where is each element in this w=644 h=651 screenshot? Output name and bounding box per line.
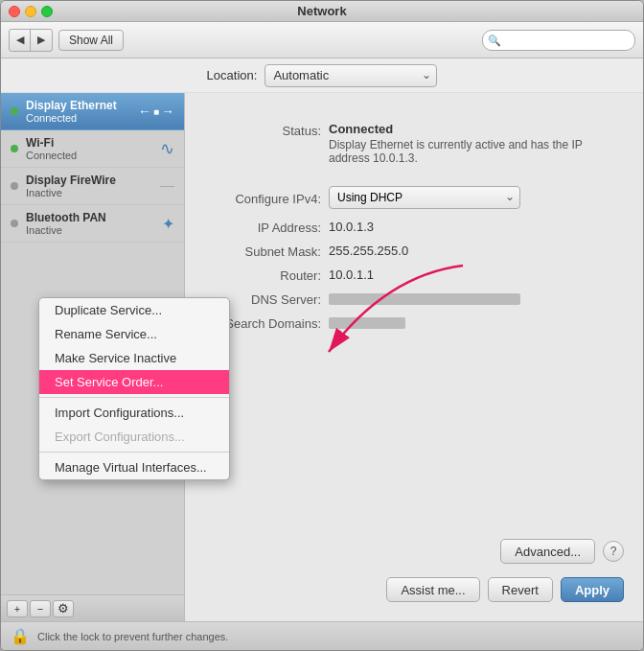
router-row: Router: 10.0.1.1 bbox=[214, 267, 614, 283]
ip-value: 10.0.1.3 bbox=[329, 220, 374, 234]
network-status-display-ethernet: Connected bbox=[26, 112, 130, 124]
titlebar: Network bbox=[1, 1, 643, 22]
network-name-display-firewire: Display FireWire bbox=[26, 174, 151, 187]
network-status-display-firewire: Inactive bbox=[26, 187, 151, 198]
dropdown-item-manage-virtual[interactable]: Manage Virtual Interfaces... bbox=[39, 455, 229, 479]
network-item-info-display-ethernet: Display Ethernet Connected bbox=[26, 99, 130, 124]
status-dot-display-ethernet bbox=[11, 107, 18, 115]
main-content: Display Ethernet Connected ←■→ Wi-Fi Con… bbox=[1, 93, 643, 621]
nav-buttons: ◀ ▶ bbox=[9, 29, 53, 52]
router-value: 10.0.1.1 bbox=[329, 267, 374, 282]
location-label: Location: bbox=[207, 68, 258, 82]
network-item-info-display-firewire: Display FireWire Inactive bbox=[26, 174, 151, 198]
search-input[interactable] bbox=[482, 30, 635, 51]
advanced-button[interactable]: Advanced... bbox=[500, 539, 595, 564]
dropdown-separator-1 bbox=[39, 397, 229, 398]
dropdown-item-make-inactive[interactable]: Make Service Inactive bbox=[39, 346, 229, 370]
bottom-action-bar: Assist me... Revert Apply bbox=[195, 577, 624, 602]
lock-icon[interactable]: 🔒 bbox=[11, 627, 30, 645]
forward-button[interactable]: ▶ bbox=[31, 30, 52, 51]
lock-bar: 🔒 Click the lock to prevent further chan… bbox=[1, 621, 643, 650]
location-select-wrapper: Automatic bbox=[264, 64, 437, 87]
configure-select-wrapper: Using DHCP bbox=[329, 186, 520, 209]
traffic-lights bbox=[9, 6, 53, 17]
sidebar: Display Ethernet Connected ←■→ Wi-Fi Con… bbox=[1, 93, 185, 621]
status-dot-bluetooth-pan bbox=[11, 220, 18, 227]
search-box: 🔍 bbox=[482, 30, 635, 51]
window-title: Network bbox=[297, 4, 346, 18]
help-button[interactable]: ? bbox=[603, 541, 624, 562]
sidebar-item-display-firewire[interactable]: Display FireWire Inactive ⸻ bbox=[1, 168, 184, 205]
network-status-wifi: Connected bbox=[26, 150, 152, 161]
search-icon: 🔍 bbox=[488, 34, 501, 46]
status-description: Display Ethernet is currently active and… bbox=[329, 138, 614, 165]
dns-value bbox=[329, 293, 520, 305]
wifi-icon: ∿ bbox=[160, 138, 174, 159]
minimize-button[interactable] bbox=[25, 6, 36, 17]
network-window: Network ◀ ▶ Show All 🔍 Location: Automat… bbox=[0, 0, 644, 651]
status-dot-display-firewire bbox=[11, 182, 18, 190]
revert-button[interactable]: Revert bbox=[488, 577, 553, 602]
dropdown-menu-overlay: Duplicate Service... Rename Service... M… bbox=[38, 297, 230, 480]
search-domains-row: Search Domains: bbox=[214, 314, 614, 331]
subnet-value: 255.255.255.0 bbox=[329, 244, 408, 258]
add-network-button[interactable]: + bbox=[7, 600, 28, 617]
dns-row: DNS Server: bbox=[214, 291, 614, 307]
subnet-row: Subnet Mask: 255.255.255.0 bbox=[214, 243, 614, 259]
status-row: Status: Connected Display Ethernet is cu… bbox=[214, 122, 614, 165]
ip-label: IP Address: bbox=[214, 219, 329, 235]
network-item-info-wifi: Wi-Fi Connected bbox=[26, 136, 152, 161]
dropdown-item-export: Export Configurations... bbox=[39, 425, 229, 449]
firewire-icon: ⸻ bbox=[159, 177, 174, 195]
configure-label: Configure IPv4: bbox=[214, 190, 329, 206]
gear-button[interactable]: ⚙ bbox=[53, 600, 74, 617]
sidebar-toolbar: + − ⚙ bbox=[1, 594, 184, 621]
network-name-bluetooth-pan: Bluetooth PAN bbox=[26, 211, 154, 224]
status-dot-wifi bbox=[11, 145, 18, 152]
lock-text: Click the lock to prevent further change… bbox=[37, 631, 228, 642]
location-bar: Location: Automatic bbox=[1, 58, 643, 93]
close-button[interactable] bbox=[9, 6, 20, 17]
sidebar-item-bluetooth-pan[interactable]: Bluetooth PAN Inactive ✦ bbox=[1, 205, 184, 243]
configure-select[interactable]: Using DHCP bbox=[329, 186, 520, 209]
sidebar-item-display-ethernet[interactable]: Display Ethernet Connected ←■→ bbox=[1, 93, 184, 130]
maximize-button[interactable] bbox=[41, 6, 53, 17]
dropdown-item-rename[interactable]: Rename Service... bbox=[39, 322, 229, 346]
dns-label: DNS Server: bbox=[214, 291, 329, 307]
network-name-wifi: Wi-Fi bbox=[26, 136, 152, 150]
sidebar-item-wifi[interactable]: Wi-Fi Connected ∿ bbox=[1, 130, 184, 168]
ip-row: IP Address: 10.0.1.3 bbox=[214, 219, 614, 235]
status-label: Status: bbox=[214, 122, 329, 138]
status-value: Connected bbox=[329, 122, 614, 136]
remove-network-button[interactable]: − bbox=[30, 600, 51, 617]
router-label: Router: bbox=[214, 267, 329, 283]
dropdown-item-duplicate[interactable]: Duplicate Service... bbox=[39, 298, 229, 322]
search-domains-value bbox=[329, 317, 405, 329]
ethernet-icon: ←■→ bbox=[138, 104, 174, 119]
location-select[interactable]: Automatic bbox=[264, 64, 437, 87]
network-status-bluetooth-pan: Inactive bbox=[26, 224, 154, 236]
dropdown-item-set-order[interactable]: Set Service Order... bbox=[39, 370, 229, 394]
search-domains-label: Search Domains: bbox=[214, 314, 329, 331]
apply-button[interactable]: Apply bbox=[561, 577, 624, 602]
assist-button[interactable]: Assist me... bbox=[386, 577, 479, 602]
network-item-info-bluetooth-pan: Bluetooth PAN Inactive bbox=[26, 211, 154, 236]
back-button[interactable]: ◀ bbox=[10, 30, 31, 51]
dropdown-item-import[interactable]: Import Configurations... bbox=[39, 401, 229, 425]
dropdown-menu: Duplicate Service... Rename Service... M… bbox=[38, 297, 230, 480]
network-name-display-ethernet: Display Ethernet bbox=[26, 99, 130, 112]
subnet-label: Subnet Mask: bbox=[214, 243, 329, 259]
right-panel: Status: Connected Display Ethernet is cu… bbox=[185, 93, 643, 621]
bluetooth-icon: ✦ bbox=[162, 215, 174, 233]
show-all-button[interactable]: Show All bbox=[58, 30, 124, 51]
toolbar: ◀ ▶ Show All 🔍 bbox=[1, 22, 643, 58]
configure-row: Configure IPv4: Using DHCP bbox=[214, 186, 614, 209]
dropdown-separator-2 bbox=[39, 452, 229, 453]
